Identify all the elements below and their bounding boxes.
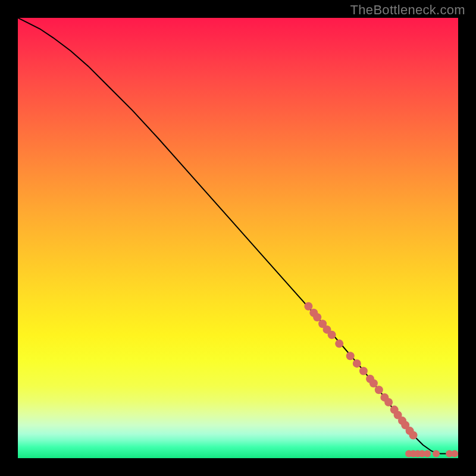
data-point	[335, 340, 343, 348]
data-point	[304, 302, 312, 311]
data-point	[424, 450, 431, 458]
data-point	[375, 386, 383, 394]
plot-area	[18, 18, 458, 458]
data-point	[359, 367, 368, 375]
data-point	[384, 398, 393, 406]
bottleneck-curve	[18, 18, 458, 454]
data-point	[353, 359, 361, 368]
data-point	[409, 431, 418, 440]
data-point	[346, 352, 355, 360]
data-point	[369, 379, 378, 387]
data-point	[433, 450, 440, 458]
data-point	[328, 331, 336, 339]
chart-frame: TheBottleneck.com	[0, 0, 476, 476]
watermark-text: TheBottleneck.com	[350, 2, 465, 18]
data-points-group	[304, 302, 458, 458]
curve-layer	[18, 18, 458, 458]
data-point	[451, 450, 458, 458]
data-point	[313, 313, 321, 321]
